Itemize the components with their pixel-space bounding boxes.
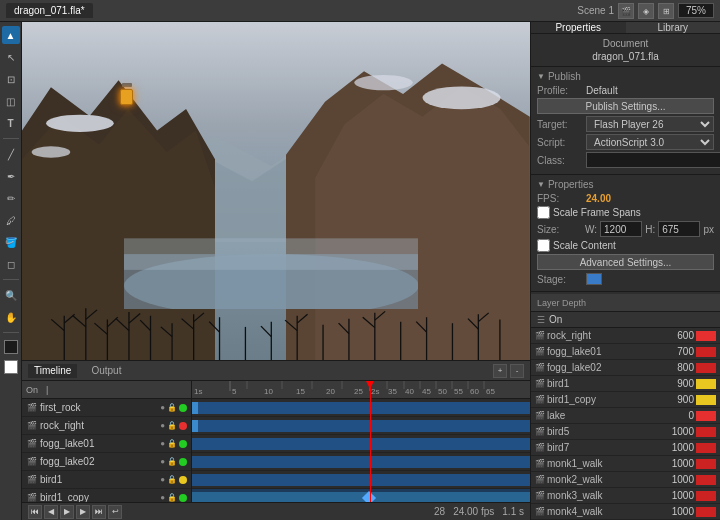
layer-row[interactable]: 🎬 bird1 ● 🔒 [22, 471, 191, 489]
next-frame-btn[interactable]: ▶ [76, 505, 90, 519]
depth-row[interactable]: 🎬bird1_copy900 [531, 392, 720, 408]
depth-layer-number: 900 [659, 378, 694, 389]
scale-content-checkbox[interactable] [537, 239, 550, 252]
eraser-tool[interactable]: ◻ [2, 255, 20, 273]
delete-layer-btn[interactable]: - [510, 364, 524, 378]
track-row [192, 453, 530, 471]
loop-btn[interactable]: ↩ [108, 505, 122, 519]
layer-name: bird1_copy [40, 492, 158, 502]
scale-frame-checkbox[interactable] [537, 206, 550, 219]
subselect-tool[interactable]: ↖ [2, 48, 20, 66]
class-input[interactable] [586, 152, 720, 168]
width-input[interactable] [600, 221, 642, 237]
script-dropdown[interactable]: ActionScript 3.0 [586, 134, 714, 150]
zoom-display[interactable]: 75% [678, 3, 714, 18]
first-frame-btn[interactable]: ⏮ [28, 505, 42, 519]
select-tool[interactable]: ▲ [2, 26, 20, 44]
last-frame-btn[interactable]: ⏭ [92, 505, 106, 519]
magnet-icon: ⊞ [658, 3, 674, 19]
eye-icon: ● [160, 493, 165, 502]
depth-row[interactable]: 🎬bird1900 [531, 376, 720, 392]
line-tool[interactable]: ╱ [2, 145, 20, 163]
text-tool[interactable]: T [2, 114, 20, 132]
play-btn[interactable]: ▶ [60, 505, 74, 519]
layer-row[interactable]: 🎬 bird1_copy ● 🔒 [22, 489, 191, 502]
brush-tool[interactable]: 🖊 [2, 211, 20, 229]
svg-rect-12 [124, 238, 419, 270]
layer-row[interactable]: 🎬 fogg_lake01 ● 🔒 [22, 435, 191, 453]
stage-area[interactable] [22, 22, 530, 360]
depth-row[interactable]: 🎬monk4_walk1000 [531, 504, 720, 520]
depth-row[interactable]: 🎬bird51000 [531, 424, 720, 440]
properties-tab[interactable]: Properties [531, 22, 626, 33]
layer-row[interactable]: 🎬 rock_right ● 🔒 [22, 417, 191, 435]
depth-color-bar [696, 443, 716, 453]
playhead[interactable] [370, 381, 371, 502]
eye-icon: ● [160, 439, 165, 448]
target-dropdown[interactable]: Flash Player 26 [586, 116, 714, 132]
depth-row[interactable]: 🎬fogg_lake01700 [531, 344, 720, 360]
gradient-tool[interactable]: ◫ [2, 92, 20, 110]
layer-name: rock_right [40, 420, 158, 431]
fill-color[interactable] [4, 360, 18, 374]
layer-icon: 🎬 [26, 420, 38, 432]
depth-layer-icon: 🎬 [535, 507, 545, 516]
output-tab[interactable]: Output [85, 364, 127, 377]
app-container: dragon_071.fla* Scene 1 🎬 ◈ ⊞ 75% ▲ ↖ ⊡ … [0, 0, 720, 520]
layer-row[interactable]: 🎬 fogg_lake02 ● 🔒 [22, 453, 191, 471]
top-tools: Scene 1 🎬 ◈ ⊞ 75% [577, 3, 714, 19]
pencil-tool[interactable]: ✏ [2, 189, 20, 207]
stroke-color[interactable] [4, 340, 18, 354]
profile-row: Profile: Default [537, 85, 714, 96]
depth-color-bar [696, 379, 716, 389]
depth-row[interactable]: 🎬monk2_walk1000 [531, 472, 720, 488]
depth-row[interactable]: 🎬rock_right600 [531, 328, 720, 344]
advanced-settings-btn[interactable]: Advanced Settings... [537, 254, 714, 270]
script-row: Script: ActionScript 3.0 [537, 134, 714, 150]
file-tab[interactable]: dragon_071.fla* [6, 3, 93, 18]
layer-rows: 🎬 first_rock ● 🔒 🎬 rock_right [22, 399, 191, 502]
svg-line-36 [261, 326, 271, 336]
svg-point-5 [32, 146, 71, 157]
depth-row[interactable]: 🎬monk1_walk1000 [531, 456, 720, 472]
depth-row[interactable]: 🎬monk3_walk1000 [531, 488, 720, 504]
hand-tool[interactable]: ✋ [2, 308, 20, 326]
main-area: ▲ ↖ ⊡ ◫ T ╱ ✒ ✏ 🖊 🪣 ◻ 🔍 ✋ [0, 22, 720, 520]
lock-icon: 🔒 [167, 475, 177, 484]
free-transform-tool[interactable]: ⊡ [2, 70, 20, 88]
depth-color-bar [696, 331, 716, 341]
pen-tool[interactable]: ✒ [2, 167, 20, 185]
timeline-tracks[interactable]: 1s 5 10 15 20 25 [192, 381, 530, 502]
depth-layer-number: 600 [659, 330, 694, 341]
depth-layer-name: bird1 [547, 378, 657, 389]
svg-line-51 [468, 318, 478, 328]
layer-row[interactable]: 🎬 first_rock ● 🔒 [22, 399, 191, 417]
timeline-tab[interactable]: Timeline [28, 364, 77, 378]
class-label: Class: [537, 155, 582, 166]
panel-tabs: Properties Library [531, 22, 720, 34]
paint-bucket-tool[interactable]: 🪣 [2, 233, 20, 251]
depth-layer-icon: 🎬 [535, 331, 545, 340]
depth-layer-name: bird1_copy [547, 394, 657, 405]
depth-layer-number: 900 [659, 394, 694, 405]
prev-frame-btn[interactable]: ◀ [44, 505, 58, 519]
svg-text:20: 20 [326, 387, 335, 396]
frame-display: 28 [434, 506, 445, 517]
track-row [192, 399, 530, 417]
publish-settings-btn[interactable]: Publish Settings... [537, 98, 714, 114]
svg-line-31 [194, 312, 204, 321]
svg-line-20 [95, 323, 108, 334]
new-layer-btn[interactable]: + [493, 364, 507, 378]
stage-color-swatch[interactable] [586, 273, 602, 285]
depth-row[interactable]: 🎬lake0 [531, 408, 720, 424]
lantern [119, 83, 135, 109]
lock-icon: 🔒 [167, 439, 177, 448]
svg-text:10: 10 [264, 387, 273, 396]
height-input[interactable] [658, 221, 700, 237]
layer-depth-title: Layer Depth [537, 298, 586, 308]
depth-row[interactable]: 🎬fogg_lake02800 [531, 360, 720, 376]
library-tab[interactable]: Library [626, 22, 721, 33]
depth-row[interactable]: 🎬bird71000 [531, 440, 720, 456]
zoom-tool[interactable]: 🔍 [2, 286, 20, 304]
lock-icon: 🔒 [167, 457, 177, 466]
